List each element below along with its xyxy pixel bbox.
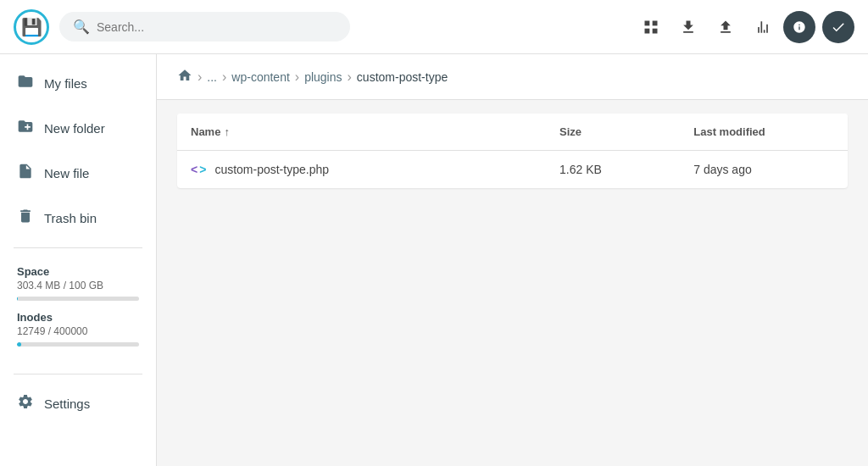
sort-asc-icon: ↑: [224, 125, 230, 138]
breadcrumb: › ... › wp-content › plugins › custom-po…: [157, 54, 868, 100]
breadcrumb-sep-4: ›: [348, 69, 352, 85]
search-icon: 🔍: [73, 19, 90, 35]
chart-button[interactable]: [746, 10, 780, 44]
breadcrumb-ellipsis[interactable]: ...: [207, 70, 217, 84]
sidebar-item-trash-bin[interactable]: Trash bin: [0, 196, 156, 241]
table-row[interactable]: <> custom-post-type.php 1.62 KB 7 days a…: [177, 151, 848, 189]
breadcrumb-sep-3: ›: [295, 69, 299, 85]
file-table-body: <> custom-post-type.php 1.62 KB 7 days a…: [177, 151, 848, 189]
info-button[interactable]: [783, 11, 815, 43]
space-value: 303.4 MB / 100 GB: [17, 280, 139, 291]
inodes-title: Inodes: [17, 311, 139, 324]
app-logo[interactable]: 💾: [14, 9, 49, 45]
sidebar-divider-1: [14, 247, 142, 248]
sidebar: My files New folder New file Trash bin S…: [0, 54, 157, 466]
sidebar-item-my-files[interactable]: My files: [0, 61, 156, 106]
sidebar-label-new-folder: New folder: [44, 121, 105, 136]
file-modified-cell: 7 days ago: [680, 151, 848, 189]
sidebar-item-settings[interactable]: Settings: [0, 381, 156, 426]
breadcrumb-current: custom-post-type: [357, 70, 448, 84]
inodes-value: 12749 / 400000: [17, 325, 139, 337]
upload-icon: [717, 19, 734, 36]
sidebar-label-trash-bin: Trash bin: [44, 211, 97, 225]
file-table-container: Name ↑ Size Last modified: [157, 100, 868, 466]
upload-button[interactable]: [709, 10, 743, 44]
file-name-cell: <> custom-post-type.php: [177, 151, 546, 189]
main-layout: My files New folder New file Trash bin S…: [0, 54, 868, 466]
file-size-cell: 1.62 KB: [546, 151, 680, 189]
space-progress-bar: [17, 297, 139, 301]
download-button[interactable]: [671, 10, 705, 44]
file-name: custom-post-type.php: [214, 163, 329, 176]
breadcrumb-sep-2: ›: [222, 69, 226, 85]
column-header-last-modified[interactable]: Last modified: [680, 114, 848, 151]
trash-icon: [17, 208, 34, 229]
info-icon: [793, 20, 806, 34]
svg-rect-1: [653, 20, 658, 25]
sidebar-item-new-file[interactable]: New file: [0, 151, 156, 196]
new-file-icon: [17, 163, 34, 184]
grid-view-button[interactable]: [634, 10, 668, 44]
sidebar-label-settings: Settings: [44, 397, 90, 411]
check-button[interactable]: [822, 11, 854, 43]
chart-icon: [754, 19, 771, 36]
breadcrumb-plugins[interactable]: plugins: [304, 70, 342, 84]
svg-rect-3: [653, 28, 658, 33]
breadcrumb-sep-1: ›: [198, 69, 202, 85]
breadcrumb-wp-content[interactable]: wp-content: [231, 70, 289, 84]
inodes-progress-bar: [17, 342, 139, 347]
settings-icon: [17, 393, 34, 414]
breadcrumb-home[interactable]: [177, 68, 192, 86]
download-icon: [680, 19, 697, 36]
column-header-size[interactable]: Size: [546, 114, 680, 151]
header-actions: [634, 10, 854, 44]
sidebar-label-my-files: My files: [44, 76, 87, 91]
check-icon: [831, 19, 846, 35]
php-file-icon: <>: [191, 163, 206, 176]
app-header: 💾 🔍: [0, 0, 868, 54]
inodes-progress-fill: [17, 342, 21, 347]
space-title: Space: [17, 265, 139, 278]
sidebar-item-new-folder[interactable]: New folder: [0, 106, 156, 151]
svg-rect-2: [645, 28, 650, 33]
folder-icon: [17, 73, 34, 94]
home-icon: [177, 68, 192, 83]
sidebar-label-new-file: New file: [44, 166, 89, 180]
svg-rect-0: [645, 20, 650, 25]
space-section: Space 303.4 MB / 100 GB Inodes 12749 / 4…: [0, 255, 156, 367]
column-header-name[interactable]: Name ↑: [177, 114, 546, 151]
file-table: Name ↑ Size Last modified: [177, 114, 848, 188]
content-area: › ... › wp-content › plugins › custom-po…: [157, 54, 868, 466]
search-input[interactable]: [97, 20, 337, 34]
grid-icon: [643, 19, 659, 36]
new-folder-icon: [17, 118, 34, 139]
sidebar-divider-2: [14, 374, 142, 374]
table-header-row: Name ↑ Size Last modified: [177, 114, 848, 151]
logo-icon: 💾: [21, 17, 42, 37]
search-box: 🔍: [59, 12, 350, 42]
